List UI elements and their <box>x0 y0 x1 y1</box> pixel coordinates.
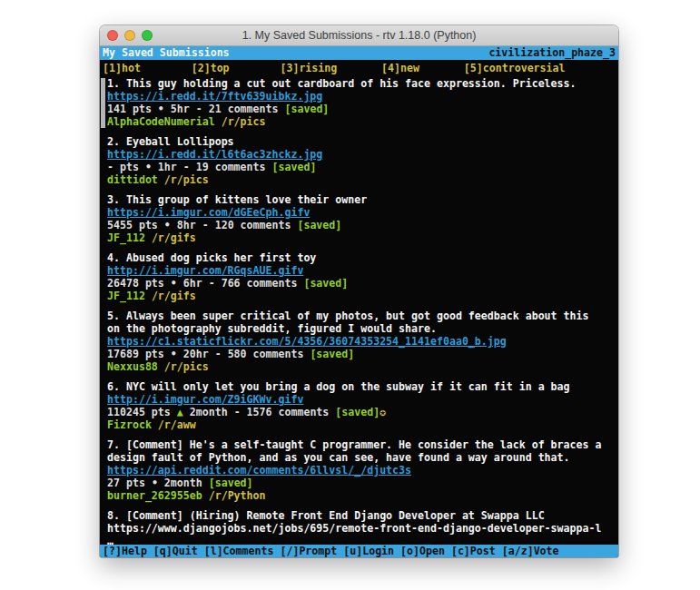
minimize-button[interactable] <box>124 30 135 41</box>
tab-new[interactable]: [4]new <box>381 61 464 75</box>
page-title: My Saved Submissions <box>103 46 230 60</box>
logged-in-username: civilization_phaze_3 <box>488 46 616 60</box>
terminal: My Saved Submissions civilization_phaze_… <box>100 46 618 557</box>
submission-plain-url: https://www.djangojobs.net/jobs/695/remo… <box>107 522 601 535</box>
points-label: 26478 pts <box>107 277 164 290</box>
submission-title: 2. Eyeball Lollipops <box>107 135 601 148</box>
header-bar: My Saved Submissions civilization_phaze_… <box>100 46 618 60</box>
submission-byline: Fizrock /r/aww <box>107 418 601 431</box>
vote-glyph-icon: ▲ <box>177 406 183 418</box>
age-comments-label: 2month <box>164 477 202 489</box>
submission-link[interactable]: https://i.redd.it/7ftv639uibkz.jpg <box>107 90 322 103</box>
tab-hot[interactable]: [1]hot <box>103 61 192 75</box>
age-comments-label: 6hr - 766 comments <box>183 277 298 290</box>
saved-badge: [saved] <box>209 477 253 489</box>
points-label: - pts <box>107 161 139 173</box>
submission-url-line: https://c1.staticflickr.com/5/4356/36074… <box>107 335 601 348</box>
subreddit-link[interactable]: /r/pics <box>164 173 209 186</box>
truncation-ellipsis: … <box>107 535 601 545</box>
submission-title: 6. NYC will only let you bring a dog on … <box>107 380 601 393</box>
points-label: 110245 pts <box>107 406 171 418</box>
vote-glyph-icon: • <box>171 277 177 290</box>
submission-row[interactable]: 2. Eyeball Lollipops https://i.redd.it/l… <box>107 135 601 186</box>
submission-title: 1. This guy holding a cut out cardboard … <box>107 77 601 90</box>
submission-title: 7. [Comment] He's a self-taught C progra… <box>107 438 601 464</box>
zoom-button[interactable] <box>142 30 153 41</box>
window-titlebar[interactable]: 1. My Saved Submissions - rtv 1.18.0 (Py… <box>100 25 618 46</box>
submission-stats: - pts • 1hr - 19 comments [saved] <box>107 161 601 173</box>
submission-title: 4. Abused dog picks her first toy <box>107 251 601 264</box>
subreddit-link[interactable]: /r/gifs <box>152 231 196 244</box>
submission-byline: Nexxus88 /r/pics <box>107 360 601 373</box>
subreddit-link[interactable]: /r/aww <box>158 418 196 431</box>
submission-url-line: http://i.imgur.com/Z9iGKWv.gifv <box>107 393 601 406</box>
submission-row[interactable]: 6. NYC will only let you bring a dog on … <box>107 380 601 431</box>
vote-glyph-icon: • <box>171 348 177 360</box>
submission-byline: JF_112 /r/gifs <box>107 290 601 302</box>
vote-glyph-icon: • <box>164 219 171 231</box>
author-link[interactable]: JF_112 <box>107 231 145 244</box>
points-label: 141 pts <box>107 103 152 115</box>
subreddit-link[interactable]: /r/gifs <box>152 290 196 302</box>
gilded-star-icon: ✪ <box>380 406 386 418</box>
saved-badge: [saved] <box>272 161 317 173</box>
author-link[interactable]: JF_112 <box>107 290 145 302</box>
author-link[interactable]: Fizrock <box>107 418 152 431</box>
tab-rising[interactable]: [3]rising <box>280 61 381 75</box>
submission-stats: 17689 pts • 20hr - 580 comments [saved] <box>107 348 601 360</box>
submission-title: 5. Always been super critical of my phot… <box>107 310 601 335</box>
age-comments-label: 1hr - 19 comments <box>158 161 266 173</box>
submission-list: 1. This guy holding a cut out cardboard … <box>100 75 618 545</box>
submission-row[interactable]: 5. Always been super critical of my phot… <box>107 310 601 373</box>
points-label: 17689 pts <box>107 348 164 360</box>
submission-row[interactable]: 1. This guy holding a cut out cardboard … <box>107 77 601 128</box>
submission-stats: 26478 pts • 6hr - 766 comments [saved] <box>107 277 601 290</box>
author-link[interactable]: Nexxus88 <box>107 360 158 373</box>
age-comments-label: 20hr - 580 comments <box>183 348 304 360</box>
author-link[interactable]: burner_262955eb <box>107 489 202 502</box>
submission-byline: burner_262955eb /r/Python <box>107 489 601 502</box>
submission-link[interactable]: https://i.imgur.com/dGEeCph.gifv <box>107 206 310 219</box>
traffic-lights <box>107 30 153 41</box>
subreddit-link[interactable]: /r/Python <box>209 489 266 502</box>
submission-row[interactable]: 7. [Comment] He's a self-taught C progra… <box>107 438 601 502</box>
status-bar: [?]Help [q]Quit [l]Comments [/]Prompt [u… <box>100 545 618 557</box>
submission-title: 3. This group of kittens love their owne… <box>107 193 601 206</box>
tab-top[interactable]: [2]top <box>192 61 281 75</box>
submission-byline: JF_112 /r/gifs <box>107 231 601 244</box>
vote-glyph-icon: • <box>152 477 158 489</box>
vote-glyph-icon: • <box>158 103 164 115</box>
submission-stats: 27 pts • 2month [saved] <box>107 477 601 489</box>
points-label: 5455 pts <box>107 219 158 231</box>
submission-link[interactable]: https://c1.staticflickr.com/5/4356/36074… <box>107 335 507 348</box>
submission-url-line: https://api.reddit.com/comments/6llvsl/_… <box>107 464 601 477</box>
author-link[interactable]: dittidot <box>107 173 158 186</box>
submission-stats: 5455 pts • 8hr - 120 comments [saved] <box>107 219 601 231</box>
submission-link[interactable]: https://i.redd.it/l6t6ac3zhckz.jpg <box>107 148 322 161</box>
submission-row[interactable]: 4. Abused dog picks her first toy http:/… <box>107 251 601 302</box>
subreddit-link[interactable]: /r/pics <box>164 360 209 373</box>
points-label: 27 pts <box>107 477 145 489</box>
author-link[interactable]: AlphaCodeNumerial <box>107 115 215 128</box>
submission-row[interactable]: 8. [Comment] (Hiring) Remote Front End D… <box>107 509 601 545</box>
age-comments-label: 5hr - 21 comments <box>171 103 279 115</box>
tab-controversial[interactable]: [5]controversial <box>464 61 566 75</box>
submission-stats: 141 pts • 5hr - 21 comments [saved] <box>107 103 601 115</box>
saved-badge: [saved] <box>335 406 380 418</box>
submission-url-line: https://i.imgur.com/dGEeCph.gifv <box>107 206 601 219</box>
window-title: 1. My Saved Submissions - rtv 1.18.0 (Py… <box>242 29 477 42</box>
submission-stats: 110245 pts ▲ 2month - 1576 comments [sav… <box>107 406 601 418</box>
age-comments-label: 8hr - 120 comments <box>177 219 291 231</box>
submission-url-line: http://i.imgur.com/RGqsAUE.gifv <box>107 264 601 277</box>
submission-link[interactable]: http://i.imgur.com/RGqsAUE.gifv <box>107 264 303 277</box>
close-button[interactable] <box>107 30 118 41</box>
age-comments-label: 2month - 1576 comments <box>190 406 330 418</box>
submission-row[interactable]: 3. This group of kittens love their owne… <box>107 193 601 244</box>
submission-link[interactable]: https://api.reddit.com/comments/6llvsl/_… <box>107 464 411 477</box>
rtv-window: 1. My Saved Submissions - rtv 1.18.0 (Py… <box>100 25 618 557</box>
saved-badge: [saved] <box>297 219 341 231</box>
subreddit-link[interactable]: /r/pics <box>222 115 266 128</box>
saved-badge: [saved] <box>284 103 329 115</box>
submission-link[interactable]: http://i.imgur.com/Z9iGKWv.gifv <box>107 393 303 406</box>
submission-url-line: https://i.redd.it/7ftv639uibkz.jpg <box>107 90 601 103</box>
